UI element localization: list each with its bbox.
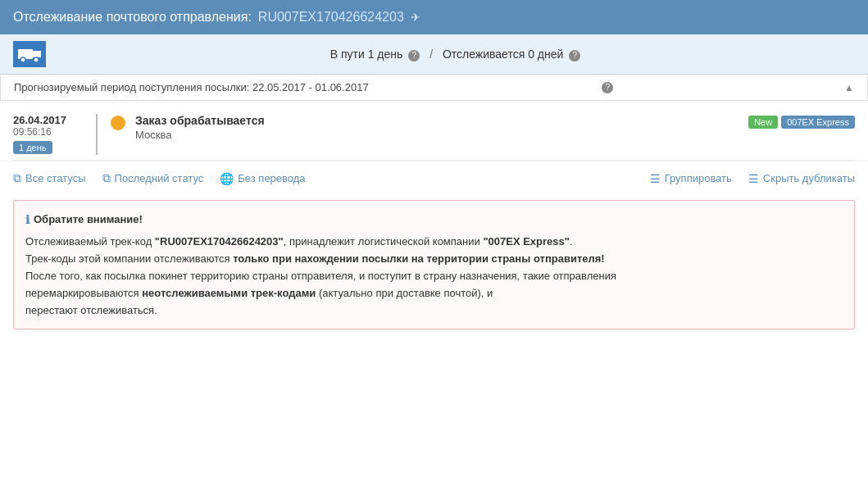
svg-marker-1	[33, 51, 41, 57]
svg-point-3	[34, 57, 39, 62]
event-status: Заказ обрабатывается	[135, 114, 738, 127]
globe-icon: 🌐	[220, 172, 234, 185]
last-status-label: Последний статус	[115, 172, 204, 184]
tracking-days-label: Отслеживается 0 дней	[443, 48, 563, 61]
event-time: 09:56:16	[13, 126, 83, 138]
all-statuses-label: Все статусы	[25, 172, 86, 184]
track-code-link[interactable]: RU007EX170426624203	[258, 10, 404, 25]
filter-right: ☰ Группировать ☰ Скрыть дубликаты	[650, 172, 855, 185]
forecast-bar: Прогнозируемый период поступления посылк…	[0, 75, 868, 101]
svg-point-2	[20, 57, 25, 62]
group-label: Группировать	[665, 172, 732, 184]
badge-new: New	[748, 116, 778, 129]
hide-duplicates-filter[interactable]: ☰ Скрыть дубликаты	[748, 172, 855, 185]
in-transit-help-icon[interactable]: ?	[408, 50, 420, 61]
event-location: Москва	[135, 129, 738, 141]
main-content: 26.04.2017 09:56:16 1 день Заказ обрабат…	[0, 101, 868, 161]
forecast-collapse-icon[interactable]: ▲	[844, 82, 854, 93]
event-date-col: 26.04.2017 09:56:16 1 день	[13, 114, 83, 154]
group-icon: ☰	[650, 172, 661, 185]
event-day-badge: 1 день	[13, 141, 52, 154]
event-divider	[96, 114, 98, 155]
header-prefix: Отслеживание почтового отправления:	[13, 10, 252, 25]
group-filter[interactable]: ☰ Группировать	[650, 172, 732, 185]
notice-title: ℹ Обратите внимание!	[25, 211, 843, 229]
notice-info-icon: ℹ	[25, 211, 30, 229]
page-header: Отслеживание почтового отправления: RU00…	[0, 0, 868, 34]
last-status-filter[interactable]: ⧉ Последний статус	[102, 171, 204, 185]
last-status-icon: ⧉	[102, 171, 111, 185]
all-statuses-filter[interactable]: ⧉ Все статусы	[13, 171, 86, 185]
notice-line3: После того, как посылка покинет территор…	[25, 268, 843, 285]
event-body: Заказ обрабатывается Москва	[135, 114, 738, 141]
filter-bar: ⧉ Все статусы ⧉ Последний статус 🌐 Без п…	[0, 161, 868, 193]
forecast-help-icon[interactable]: ?	[602, 82, 613, 93]
event-badges: New 007EX Express	[748, 116, 855, 129]
event-row: 26.04.2017 09:56:16 1 день Заказ обрабат…	[13, 109, 855, 161]
svg-rect-0	[18, 49, 33, 59]
no-translation-filter[interactable]: 🌐 Без перевода	[220, 172, 305, 185]
notice-box: ℹ Обратите внимание! Отслеживаемый трек-…	[13, 200, 855, 329]
tracking-days-help-icon[interactable]: ?	[569, 50, 580, 61]
transit-bar: В пути 1 день ? / Отслеживается 0 дней ?	[0, 34, 868, 75]
event-dot-icon	[111, 116, 125, 130]
badge-carrier: 007EX Express	[781, 116, 855, 129]
transit-text: В пути 1 день ? / Отслеживается 0 дней ?	[56, 48, 855, 61]
notice-line2: Трек-коды этой компании отслеживаются то…	[25, 251, 843, 268]
transit-separator: /	[429, 48, 433, 61]
notice-line5: перестают отслеживаться.	[25, 302, 843, 320]
notice-line4: перемаркировываются неотслеживаемыми тре…	[25, 285, 843, 302]
send-icon: ✈	[411, 11, 420, 24]
hide-duplicates-label: Скрыть дубликаты	[763, 172, 855, 184]
transit-truck-icon	[13, 41, 46, 67]
hide-duplicates-icon: ☰	[748, 172, 759, 185]
forecast-label: Прогнозируемый период поступления посылк…	[14, 81, 369, 93]
all-statuses-icon: ⧉	[13, 171, 21, 185]
in-transit-label: В пути 1 день	[330, 48, 403, 61]
notice-line1: Отслеживаемый трек-код "RU007EX170426624…	[25, 234, 843, 251]
event-date: 26.04.2017	[13, 114, 83, 126]
no-translation-label: Без перевода	[238, 172, 305, 184]
